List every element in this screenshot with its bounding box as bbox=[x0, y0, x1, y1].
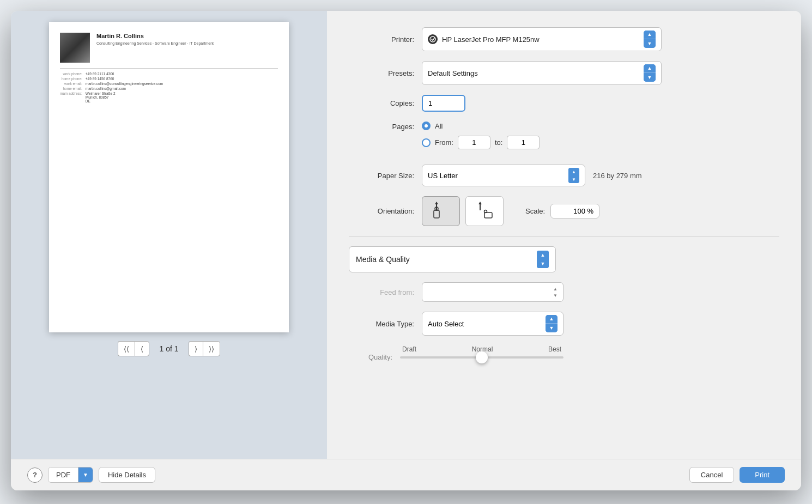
paper-dimensions: 216 by 279 mm bbox=[593, 172, 642, 180]
svg-marker-6 bbox=[478, 202, 482, 204]
media-type-select[interactable]: Auto Select ▲ ▼ bbox=[422, 312, 563, 336]
paper-up-button[interactable]: ▲ bbox=[568, 168, 579, 175]
print-button[interactable]: Print bbox=[740, 467, 785, 483]
pages-all-radio[interactable] bbox=[422, 122, 431, 130]
section-dropdown-value: Media & Quality bbox=[356, 255, 537, 264]
next-page-button[interactable]: ⟩ bbox=[189, 341, 203, 356]
to-label: to: bbox=[495, 138, 502, 147]
feed-up-button[interactable]: ▲ bbox=[553, 286, 558, 292]
pages-section: All From: to: bbox=[422, 122, 540, 155]
section-dropdown[interactable]: Media & Quality ▲ ▼ bbox=[349, 246, 556, 272]
hide-details-button[interactable]: Hide Details bbox=[99, 467, 155, 483]
media-type-row: Media Type: Auto Select ▲ ▼ bbox=[349, 312, 779, 336]
printer-up-button[interactable]: ▲ bbox=[644, 31, 656, 39]
paper-size-select[interactable]: US Letter ▲ ▼ bbox=[422, 165, 585, 186]
paper-down-button[interactable]: ▼ bbox=[568, 175, 579, 183]
paper-size-value: US Letter bbox=[428, 172, 568, 180]
presets-label: Presets: bbox=[349, 69, 414, 77]
orientation-control: Scale: bbox=[422, 196, 599, 226]
page-preview: Martin R. Collins Consulting Engineering… bbox=[49, 22, 289, 332]
copies-label: Copies: bbox=[349, 99, 414, 107]
feed-from-row: Feed from: ▲ ▼ bbox=[349, 282, 779, 302]
landscape-button[interactable] bbox=[465, 196, 504, 226]
section-stepper[interactable]: ▲ ▼ bbox=[537, 251, 549, 268]
media-type-label: Media Type: bbox=[349, 320, 414, 328]
orientation-label: Orientation: bbox=[349, 207, 414, 215]
pages-from-radio[interactable] bbox=[422, 138, 431, 147]
scale-label: Scale: bbox=[525, 207, 545, 215]
svg-rect-3 bbox=[434, 210, 439, 218]
presets-up-button[interactable]: ▲ bbox=[644, 64, 656, 73]
pages-label: Pages: bbox=[349, 123, 414, 131]
bottom-bar: ? PDF ▼ Hide Details Cancel Print bbox=[11, 459, 801, 490]
feed-from-select[interactable]: ▲ ▼ bbox=[422, 282, 563, 302]
scale-input[interactable] bbox=[550, 204, 599, 218]
copies-row: Copies: bbox=[349, 95, 779, 112]
preview-name: Martin R. Collins bbox=[96, 33, 214, 39]
last-page-button[interactable]: ⟩⟩ bbox=[203, 341, 220, 356]
settings-panel: Printer: HP LaserJet Pro MFP M125nw ▲ bbox=[327, 11, 801, 459]
pdf-button-group: PDF ▼ bbox=[48, 467, 93, 483]
printer-label: Printer: bbox=[349, 35, 414, 44]
paper-size-control: US Letter ▲ ▼ 216 by 279 mm bbox=[422, 165, 642, 186]
pages-all-label: All bbox=[435, 122, 443, 130]
printer-down-button[interactable]: ▼ bbox=[644, 39, 656, 48]
media-type-up-button[interactable]: ▲ bbox=[546, 315, 558, 324]
presets-stepper[interactable]: ▲ ▼ bbox=[644, 64, 656, 82]
presets-value: Default Settings bbox=[428, 69, 639, 77]
paper-stepper[interactable]: ▲ ▼ bbox=[568, 168, 579, 183]
portrait-icon bbox=[431, 201, 451, 222]
help-button[interactable]: ? bbox=[27, 467, 43, 483]
quality-section: Draft Normal Best Quality: bbox=[349, 345, 779, 361]
preview-contact: work phone: +49 89 2111 4306 home phone:… bbox=[60, 72, 278, 103]
presets-down-button[interactable]: ▼ bbox=[644, 73, 656, 82]
copies-input[interactable] bbox=[422, 95, 465, 112]
paper-size-row: Paper Size: US Letter ▲ ▼ 216 by 279 mm bbox=[349, 165, 779, 186]
section-up-button[interactable]: ▲ bbox=[537, 251, 549, 259]
presets-select[interactable]: Default Settings ▲ ▼ bbox=[422, 61, 662, 85]
orientation-row: Orientation: bbox=[349, 196, 779, 226]
first-page-button[interactable]: ⟨⟨ bbox=[118, 341, 135, 356]
feed-from-label: Feed from: bbox=[349, 288, 414, 296]
svg-marker-2 bbox=[435, 202, 438, 204]
pages-all-row: All bbox=[422, 122, 540, 130]
quality-row: Quality: bbox=[349, 353, 779, 361]
scale-group: Scale: bbox=[525, 204, 599, 218]
printer-icon bbox=[428, 34, 438, 44]
paper-size-label: Paper Size: bbox=[349, 172, 414, 180]
section-down-button[interactable]: ▼ bbox=[537, 259, 549, 268]
preview-panel: Martin R. Collins Consulting Engineering… bbox=[11, 11, 327, 459]
quality-slider[interactable] bbox=[400, 356, 563, 359]
printer-select[interactable]: HP LaserJet Pro MFP M125nw ▲ ▼ bbox=[422, 27, 662, 51]
media-type-down-button[interactable]: ▼ bbox=[546, 324, 558, 332]
svg-point-0 bbox=[430, 37, 435, 42]
avatar bbox=[60, 33, 90, 63]
preview-nav: ⟨⟨ ⟨ 1 of 1 ⟩ ⟩⟩ bbox=[118, 341, 220, 356]
print-dialog: Martin R. Collins Consulting Engineering… bbox=[11, 11, 801, 490]
pages-row: Pages: All From: to: bbox=[349, 122, 779, 155]
printer-value: HP LaserJet Pro MFP M125nw bbox=[442, 35, 639, 44]
from-label: From: bbox=[435, 138, 453, 147]
to-input[interactable] bbox=[507, 136, 540, 149]
preview-title: Consulting Engineering Services · Softwa… bbox=[96, 41, 214, 45]
feed-from-stepper[interactable]: ▲ ▼ bbox=[553, 286, 558, 299]
printer-stepper[interactable]: ▲ ▼ bbox=[644, 31, 656, 48]
separator bbox=[349, 236, 779, 236]
portrait-button[interactable] bbox=[422, 196, 460, 226]
page-count: 1 of 1 bbox=[153, 344, 185, 353]
media-type-value: Auto Select bbox=[428, 320, 541, 328]
feed-down-button[interactable]: ▼ bbox=[553, 292, 558, 299]
cancel-button[interactable]: Cancel bbox=[689, 467, 734, 483]
pdf-dropdown-button[interactable]: ▼ bbox=[78, 467, 93, 482]
pdf-button[interactable]: PDF bbox=[49, 467, 78, 482]
prev-page-button[interactable]: ⟨ bbox=[135, 341, 149, 356]
quality-label: Quality: bbox=[349, 353, 392, 361]
landscape-icon bbox=[475, 201, 494, 222]
presets-row: Presets: Default Settings ▲ ▼ bbox=[349, 61, 779, 85]
media-type-stepper[interactable]: ▲ ▼ bbox=[546, 315, 558, 332]
from-input[interactable] bbox=[458, 136, 490, 149]
printer-row: Printer: HP LaserJet Pro MFP M125nw ▲ bbox=[349, 27, 779, 51]
pages-from-row: From: to: bbox=[422, 136, 540, 149]
svg-point-8 bbox=[484, 210, 487, 212]
svg-rect-7 bbox=[484, 212, 492, 218]
